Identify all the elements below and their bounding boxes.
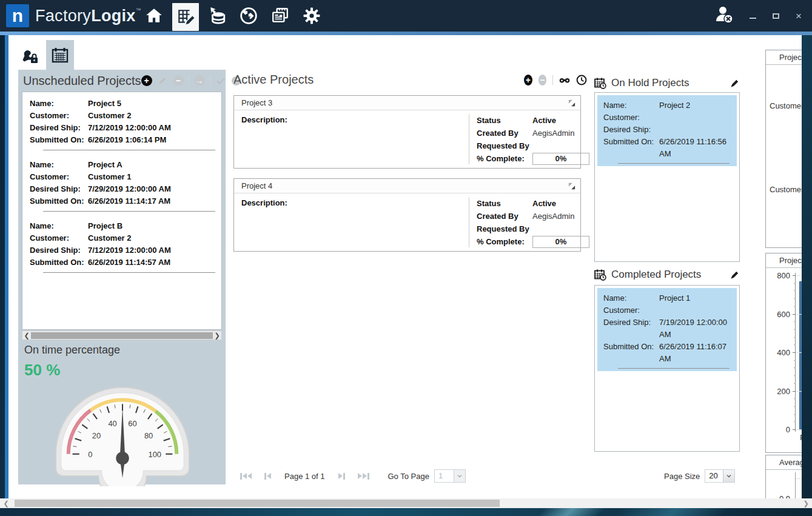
- project-desired-ship: [659, 124, 732, 136]
- project-desired-ship: 7/19/2019 12:00:00 AM: [659, 317, 732, 341]
- goto-page-combo[interactable]: 1: [434, 469, 466, 483]
- gauge-scale-label: 100: [148, 450, 161, 459]
- expand-card-button[interactable]: [568, 183, 575, 190]
- scroll-left-icon[interactable]: ❮: [1, 500, 11, 508]
- arrow-right-icon: →: [195, 76, 204, 85]
- chart-y-axis-label: 800: [770, 271, 790, 280]
- field-label: Customer:: [603, 304, 659, 317]
- remove-project-button[interactable]: −: [173, 75, 184, 86]
- gauge-scale-label: 0: [88, 450, 92, 459]
- card-title: Project 3: [241, 98, 272, 107]
- on-hold-list[interactable]: Name:Project 2 Customer: Desired Ship: S…: [594, 92, 740, 262]
- scroll-thumb[interactable]: [15, 500, 500, 507]
- history-button[interactable]: [576, 75, 587, 85]
- next-page-button[interactable]: [335, 470, 349, 482]
- gauge-scale-label: 20: [92, 431, 101, 440]
- list-item-selected[interactable]: Name:Project 1 Customer: Desired Ship:7/…: [597, 288, 737, 371]
- close-button[interactable]: ×: [794, 11, 804, 21]
- chart-minor-tick: [794, 383, 796, 384]
- minimize-button[interactable]: [748, 11, 757, 21]
- add-project-button[interactable]: +: [141, 75, 152, 86]
- edit-completed-button[interactable]: [730, 270, 740, 280]
- chart-minor-tick: [794, 290, 796, 291]
- unscheduled-projects-title: Unscheduled Projects: [23, 74, 141, 88]
- unscheduled-projects-panel: Unscheduled Projects + − → Name: [18, 70, 226, 484]
- project-name: Project 2: [659, 99, 732, 112]
- last-page-button[interactable]: [357, 470, 371, 482]
- chart-minor-tick: [794, 329, 796, 330]
- edit-project-button[interactable]: [157, 75, 168, 86]
- maximize-button[interactable]: [771, 11, 780, 21]
- chart-gridline: [796, 314, 802, 315]
- list-item[interactable]: Name:Project A Customer:Customer 1 Desir…: [22, 153, 221, 215]
- card-body: Description: StatusActive Created ByAegi…: [234, 110, 580, 168]
- chart-minor-tick: [794, 367, 796, 368]
- first-page-icon: [247, 473, 252, 479]
- logout-user-button[interactable]: [714, 4, 734, 27]
- pencil-icon: [158, 76, 167, 85]
- schedule-project-button[interactable]: →: [194, 75, 205, 86]
- calendar-icon: [52, 47, 69, 64]
- card-header[interactable]: Project 4: [234, 179, 580, 193]
- list-item-selected[interactable]: Name:Project 2 Customer: Desired Ship: S…: [597, 95, 737, 166]
- scroll-right-icon[interactable]: ❯: [213, 332, 221, 340]
- tab-tools[interactable]: [18, 45, 42, 69]
- toolbar-separator: [210, 76, 210, 85]
- unscheduled-hscrollbar[interactable]: ❮ ❯: [22, 330, 222, 340]
- completed-header: Completed Projects: [594, 267, 740, 283]
- calendar-clock-icon: [594, 269, 606, 281]
- chart-minor-tick: [794, 360, 796, 361]
- pct-complete-label: % Complete:: [477, 237, 532, 246]
- active-project-card[interactable]: Project 4 Description: StatusActive Crea…: [233, 178, 581, 252]
- planning-nav-button[interactable]: [172, 3, 199, 31]
- created-by-label: Created By: [477, 212, 532, 221]
- list-item[interactable]: Name:Project B Customer:Customer 2 Desir…: [22, 215, 221, 276]
- prev-page-button[interactable]: [260, 470, 275, 482]
- pct-complete-field[interactable]: 0%: [532, 236, 589, 248]
- scroll-left-icon[interactable]: ❮: [22, 332, 31, 340]
- list-item[interactable]: Name:Project 5 Customer:Customer 2 Desir…: [22, 92, 221, 153]
- next-page-icon: [338, 473, 343, 479]
- projects-r-chart: 8006004002000 P: [766, 268, 802, 452]
- add-active-project-button[interactable]: +: [524, 75, 532, 85]
- page-size-dropdown[interactable]: [723, 470, 734, 482]
- last-page-icon: [358, 473, 362, 479]
- reports-nav-button[interactable]: [267, 0, 294, 32]
- card-header[interactable]: Project 3: [234, 96, 580, 110]
- gauge-scale-label: 60: [128, 419, 136, 428]
- home-icon: [145, 7, 163, 25]
- toolbar-separator: [552, 75, 553, 85]
- remove-active-project-button[interactable]: −: [539, 75, 547, 85]
- planning-grid-pencil-icon: [176, 8, 195, 26]
- pct-complete-field[interactable]: 0%: [532, 153, 589, 165]
- home-nav-button[interactable]: [141, 0, 167, 32]
- completed-list[interactable]: Name:Project 1 Customer: Desired Ship:7/…: [594, 285, 740, 452]
- scroll-thumb[interactable]: [31, 332, 213, 339]
- field-label: Name:: [603, 99, 659, 112]
- active-project-card[interactable]: Project 3 Description: StatusActive Crea…: [233, 95, 581, 169]
- gauge-title: On time percentage: [24, 344, 120, 357]
- binoculars-icon: [559, 76, 570, 84]
- transfer-nav-button[interactable]: [235, 0, 262, 32]
- project-desired-ship: 7/12/2019 12:00:00 AM: [88, 122, 216, 134]
- goto-page-dropdown[interactable]: [454, 470, 465, 482]
- tab-schedule[interactable]: [46, 40, 74, 70]
- production-nav-button[interactable]: [204, 0, 230, 32]
- calendar-clock-icon: [594, 77, 606, 89]
- settings-nav-button[interactable]: [298, 0, 325, 32]
- accept-project-button[interactable]: [215, 75, 226, 86]
- first-page-button[interactable]: [238, 470, 253, 482]
- chart-y-axis-label: 0.9: [770, 494, 790, 498]
- project-name: Project B: [88, 220, 216, 232]
- project-customer: Customer 2: [88, 232, 216, 244]
- unscheduled-projects-list[interactable]: Name:Project 5 Customer:Customer 2 Desir…: [22, 92, 222, 330]
- scroll-right-icon[interactable]: ❯: [801, 500, 811, 508]
- find-project-button[interactable]: [559, 75, 570, 85]
- edit-on-hold-button[interactable]: [730, 78, 740, 89]
- expand-card-button[interactable]: [568, 99, 575, 107]
- page-size-combo[interactable]: 20: [705, 469, 735, 483]
- card-body: Description: StatusActive Created ByAegi…: [234, 193, 580, 251]
- page-hscrollbar[interactable]: ❮ ❯: [0, 498, 812, 508]
- chart-minor-tick: [794, 344, 796, 345]
- completed-title: Completed Projects: [611, 269, 725, 281]
